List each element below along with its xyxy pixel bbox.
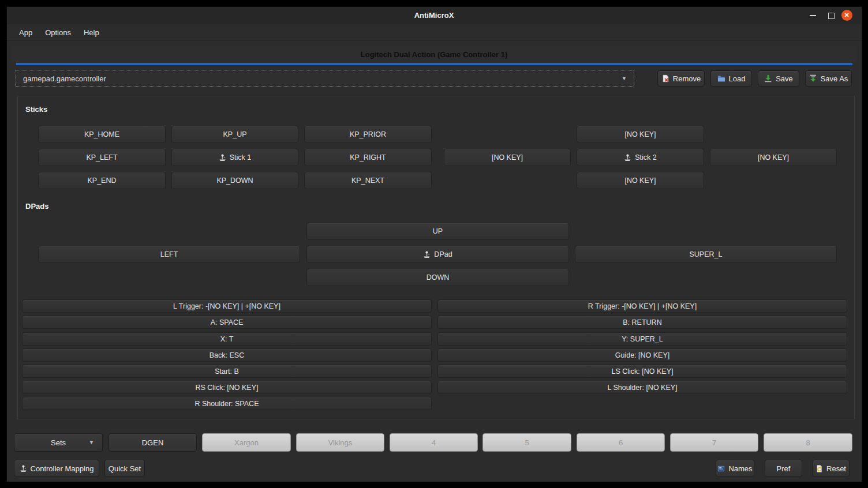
controller-tab[interactable]: Logitech Dual Action (Game Controller 1) bbox=[11, 46, 857, 63]
tab-underline bbox=[16, 63, 852, 65]
stick1-right-button[interactable]: KP_RIGHT bbox=[304, 149, 432, 166]
stick2-label: Stick 2 bbox=[635, 153, 657, 162]
load-button-label: Load bbox=[729, 74, 746, 83]
controller-tab-label: Logitech Dual Action (Game Controller 1) bbox=[361, 50, 507, 59]
r-trigger-button[interactable]: R Trigger: -[NO KEY] | +[NO KEY] bbox=[437, 299, 847, 313]
quick-set-button[interactable]: Quick Set bbox=[104, 460, 145, 477]
reset-icon bbox=[815, 465, 823, 472]
window-title: AntiMicroX bbox=[7, 7, 861, 24]
controller-mapping-button[interactable]: Controller Mapping bbox=[14, 460, 99, 477]
ls-click-button[interactable]: LS Click: [NO KEY] bbox=[437, 365, 847, 378]
set-tab-dgen[interactable]: DGEN bbox=[108, 433, 197, 452]
remove-button[interactable]: Remove bbox=[657, 70, 705, 87]
load-folder-icon bbox=[717, 74, 725, 82]
start-button[interactable]: Start: B bbox=[22, 365, 432, 378]
dpads-heading: DPads bbox=[25, 202, 48, 211]
set-tab-8[interactable]: 8 bbox=[764, 433, 852, 452]
r-shoulder-button[interactable]: R Shoulder: SPACE bbox=[22, 397, 432, 410]
remove-button-label: Remove bbox=[673, 74, 701, 83]
chevron-down-icon: ▼ bbox=[89, 440, 94, 445]
close-button[interactable]: ✕ bbox=[840, 9, 853, 21]
sets-selector-label: Sets bbox=[51, 438, 66, 447]
dpad-down-button[interactable]: DOWN bbox=[306, 269, 569, 286]
set-tab-xargon[interactable]: Xargon bbox=[202, 433, 291, 452]
menu-item-options[interactable]: Options bbox=[39, 24, 77, 40]
remove-icon bbox=[661, 74, 669, 82]
joystick-icon bbox=[423, 251, 431, 258]
x-button[interactable]: X: T bbox=[22, 332, 432, 346]
save-as-icon bbox=[809, 74, 817, 82]
save-icon bbox=[764, 74, 772, 82]
sticks-heading: Sticks bbox=[25, 105, 47, 114]
stick2-right-button[interactable]: [NO KEY] bbox=[710, 149, 837, 166]
save-button[interactable]: Save bbox=[758, 70, 799, 87]
reset-button[interactable]: Reset bbox=[812, 460, 850, 477]
dpad-button[interactable]: DPad bbox=[306, 246, 569, 263]
guide-button[interactable]: Guide: [NO KEY] bbox=[437, 348, 847, 362]
menu-bar: App Options Help bbox=[7, 24, 861, 41]
dpad-up-button[interactable]: UP bbox=[306, 223, 569, 240]
names-button-label: Names bbox=[728, 464, 752, 473]
names-icon bbox=[717, 465, 725, 472]
stick2-down-button[interactable]: [NO KEY] bbox=[577, 172, 704, 189]
stick2-left-button[interactable]: [NO KEY] bbox=[444, 149, 571, 166]
save-button-label: Save bbox=[776, 74, 793, 83]
stick1-down-left-button[interactable]: KP_END bbox=[38, 172, 166, 189]
reset-button-label: Reset bbox=[826, 464, 846, 473]
stick1-button[interactable]: Stick 1 bbox=[171, 149, 298, 166]
stick1-down-right-button[interactable]: KP_NEXT bbox=[304, 172, 432, 189]
menu-item-help[interactable]: Help bbox=[77, 24, 106, 40]
set-tab-5[interactable]: 5 bbox=[482, 433, 571, 452]
load-button[interactable]: Load bbox=[710, 70, 752, 87]
dpad-left-button[interactable]: LEFT bbox=[38, 246, 300, 263]
set-tab-6[interactable]: 6 bbox=[577, 433, 665, 452]
chevron-down-icon: ▼ bbox=[622, 76, 627, 81]
minimize-button[interactable] bbox=[807, 10, 818, 21]
menu-item-app[interactable]: App bbox=[13, 24, 39, 40]
controller-mapping-label: Controller Mapping bbox=[31, 464, 94, 473]
stick1-left-button[interactable]: KP_LEFT bbox=[38, 149, 166, 166]
l-shoulder-button[interactable]: L Shoulder: [NO KEY] bbox=[437, 381, 847, 394]
stick2-up-button[interactable]: [NO KEY] bbox=[577, 126, 704, 143]
desktop: AntiMicroX ✕ App Options Help Logitech D… bbox=[0, 0, 868, 488]
names-button[interactable]: Names bbox=[716, 460, 754, 477]
stick1-up-right-button[interactable]: KP_PRIOR bbox=[304, 126, 432, 143]
rs-click-button[interactable]: RS Click: [NO KEY] bbox=[22, 381, 432, 394]
profile-select-value: gamepad.gamecontroller bbox=[23, 74, 106, 83]
joystick-icon bbox=[20, 465, 27, 472]
b-button[interactable]: B: RETURN bbox=[437, 316, 847, 329]
sets-selector-button[interactable]: Sets ▼ bbox=[14, 433, 103, 452]
l-trigger-button[interactable]: L Trigger: -[NO KEY] | +[NO KEY] bbox=[22, 299, 432, 313]
maximize-icon bbox=[828, 13, 835, 19]
y-button[interactable]: Y: SUPER_L bbox=[437, 332, 847, 346]
joystick-icon bbox=[219, 154, 226, 162]
stick1-up-left-button[interactable]: KP_HOME bbox=[38, 126, 166, 143]
a-button[interactable]: A: SPACE bbox=[22, 316, 432, 329]
stick1-up-button[interactable]: KP_UP bbox=[171, 126, 298, 143]
save-as-button[interactable]: Save As bbox=[805, 70, 852, 87]
stick1-down-button[interactable]: KP_DOWN bbox=[171, 172, 298, 189]
maximize-button[interactable] bbox=[825, 10, 837, 21]
close-icon: ✕ bbox=[841, 10, 852, 21]
save-as-button-label: Save As bbox=[821, 74, 848, 83]
dpad-label: DPad bbox=[434, 250, 452, 258]
profile-select[interactable]: gamepad.gamecontroller ▼ bbox=[16, 70, 634, 87]
pref-button[interactable]: Pref bbox=[765, 460, 802, 477]
dpad-right-button[interactable]: SUPER_L bbox=[575, 246, 837, 263]
stick1-label: Stick 1 bbox=[230, 153, 252, 162]
set-tab-7[interactable]: 7 bbox=[670, 433, 758, 452]
joystick-icon bbox=[624, 154, 631, 162]
minimize-icon bbox=[810, 15, 816, 16]
stick2-button[interactable]: Stick 2 bbox=[577, 149, 704, 166]
set-tab-vikings[interactable]: Vikings bbox=[296, 433, 384, 452]
back-button[interactable]: Back: ESC bbox=[22, 348, 432, 362]
set-tab-4[interactable]: 4 bbox=[390, 433, 478, 452]
